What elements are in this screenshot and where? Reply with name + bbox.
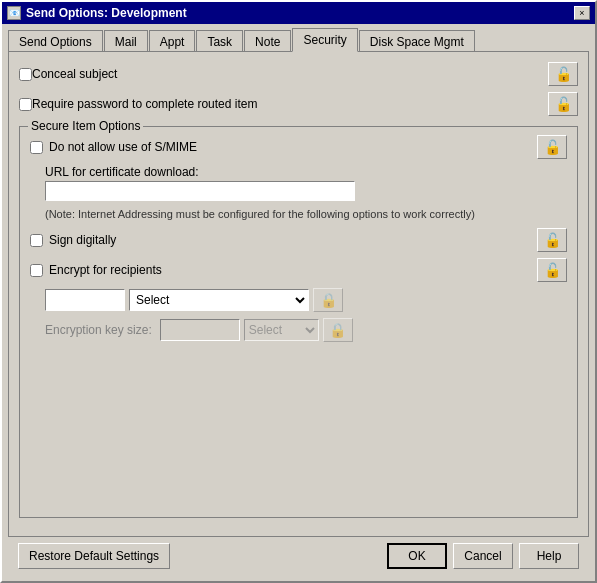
tab-note[interactable]: Note	[244, 30, 291, 52]
tab-send-options[interactable]: Send Options	[8, 30, 103, 52]
select-text-input[interactable]	[45, 289, 125, 311]
tab-appt[interactable]: Appt	[149, 30, 196, 52]
conceal-subject-row: Conceal subject 🔓	[19, 62, 578, 86]
require-password-lock[interactable]: 🔓	[548, 92, 578, 116]
encrypt-checkbox[interactable]	[30, 264, 43, 277]
conceal-subject-lock[interactable]: 🔓	[548, 62, 578, 86]
conceal-subject-checkbox[interactable]	[19, 68, 32, 81]
lock-open-icon-3: 🔓	[544, 139, 561, 155]
dialog-footer: Restore Default Settings OK Cancel Help	[8, 537, 589, 575]
require-password-row: Require password to complete routed item…	[19, 92, 578, 116]
window-title: Send Options: Development	[26, 6, 187, 20]
sign-digitally-row: Sign digitally 🔓	[30, 228, 567, 252]
require-password-label: Require password to complete routed item	[32, 97, 548, 111]
cancel-button[interactable]: Cancel	[453, 543, 513, 569]
lock-open-icon-5: 🔓	[544, 262, 561, 278]
encrypt-lock[interactable]: 🔓	[537, 258, 567, 282]
tab-disk-space[interactable]: Disk Space Mgmt	[359, 30, 475, 52]
title-bar-text: 📧 Send Options: Development	[7, 6, 187, 20]
note-text: (Note: Internet Addressing must be confi…	[45, 207, 567, 222]
tab-security[interactable]: Security	[292, 28, 357, 52]
tab-task[interactable]: Task	[196, 30, 243, 52]
main-window: 📧 Send Options: Development × Send Optio…	[0, 0, 597, 583]
no-smime-checkbox[interactable]	[30, 141, 43, 154]
title-bar: 📧 Send Options: Development ×	[2, 2, 595, 24]
tab-mail[interactable]: Mail	[104, 30, 148, 52]
title-bar-buttons: ×	[574, 6, 590, 20]
key-lock-disabled-icon: 🔒	[329, 322, 346, 338]
no-smime-label: Do not allow use of S/MIME	[49, 140, 537, 154]
select-row: Select 🔒	[45, 288, 567, 312]
key-size-row: Encryption key size: Select 🔒	[45, 318, 567, 342]
key-size-select: Select	[244, 319, 319, 341]
key-size-input	[160, 319, 240, 341]
secure-item-label: Secure Item Options	[28, 119, 143, 133]
lock-disabled-icon: 🔒	[320, 292, 337, 308]
key-size-label: Encryption key size:	[45, 323, 152, 337]
secure-item-group: Secure Item Options Do not allow use of …	[19, 126, 578, 518]
encrypt-label: Encrypt for recipients	[49, 263, 537, 277]
tab-bar: Send Options Mail Appt Task Note Securit…	[8, 30, 589, 52]
no-smime-lock[interactable]: 🔓	[537, 135, 567, 159]
help-button[interactable]: Help	[519, 543, 579, 569]
close-button[interactable]: ×	[574, 6, 590, 20]
select-dropdown-wrapper: Select	[129, 289, 309, 311]
conceal-subject-label: Conceal subject	[32, 67, 548, 81]
dialog-action-buttons: OK Cancel Help	[387, 543, 579, 569]
window-icon: 📧	[7, 6, 21, 20]
url-input[interactable]	[45, 181, 355, 201]
restore-defaults-button[interactable]: Restore Default Settings	[18, 543, 170, 569]
sign-digitally-checkbox[interactable]	[30, 234, 43, 247]
security-tab-panel: Conceal subject 🔓 Require password to co…	[8, 51, 589, 537]
dialog-content: Send Options Mail Appt Task Note Securit…	[2, 24, 595, 581]
sign-digitally-lock[interactable]: 🔓	[537, 228, 567, 252]
no-smime-row: Do not allow use of S/MIME 🔓	[30, 135, 567, 159]
url-label: URL for certificate download:	[45, 165, 567, 179]
encrypt-row: Encrypt for recipients 🔓	[30, 258, 567, 282]
lock-open-icon-4: 🔓	[544, 232, 561, 248]
key-size-lock: 🔒	[323, 318, 353, 342]
ok-button[interactable]: OK	[387, 543, 447, 569]
require-password-checkbox[interactable]	[19, 98, 32, 111]
lock-open-icon: 🔓	[555, 66, 572, 82]
select-lock: 🔒	[313, 288, 343, 312]
lock-open-icon-2: 🔓	[555, 96, 572, 112]
select-dropdown[interactable]: Select	[130, 290, 308, 310]
url-field-row: URL for certificate download:	[45, 165, 567, 201]
sign-digitally-label: Sign digitally	[49, 233, 537, 247]
